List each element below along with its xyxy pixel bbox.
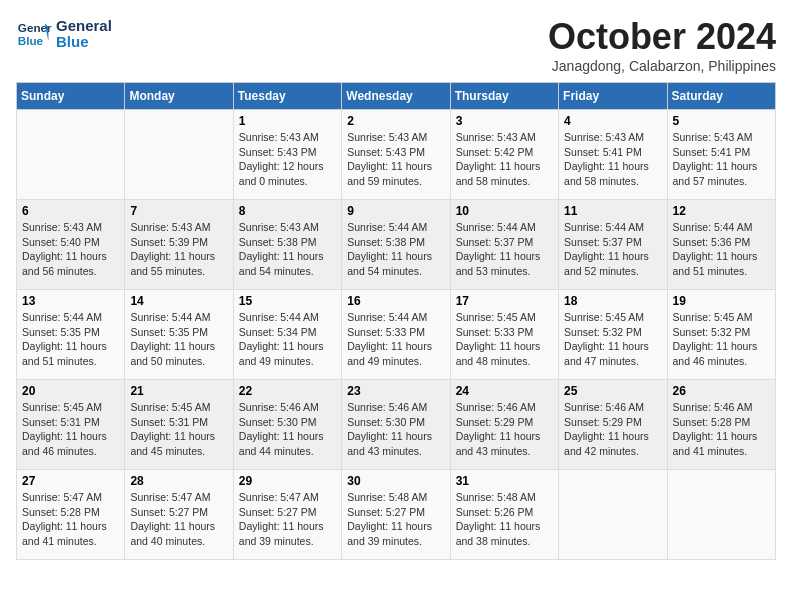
calendar-cell: 25Sunrise: 5:46 AM Sunset: 5:29 PM Dayli…: [559, 380, 667, 470]
weekday-header-wednesday: Wednesday: [342, 83, 450, 110]
day-info: Sunrise: 5:46 AM Sunset: 5:29 PM Dayligh…: [456, 400, 553, 459]
day-number: 27: [22, 474, 119, 488]
day-info: Sunrise: 5:44 AM Sunset: 5:37 PM Dayligh…: [456, 220, 553, 279]
calendar-cell: [667, 470, 775, 560]
logo-icon: General Blue: [16, 16, 52, 52]
calendar-cell: 20Sunrise: 5:45 AM Sunset: 5:31 PM Dayli…: [17, 380, 125, 470]
day-info: Sunrise: 5:46 AM Sunset: 5:30 PM Dayligh…: [239, 400, 336, 459]
day-number: 26: [673, 384, 770, 398]
logo: General Blue General Blue: [16, 16, 112, 52]
day-number: 15: [239, 294, 336, 308]
day-info: Sunrise: 5:46 AM Sunset: 5:28 PM Dayligh…: [673, 400, 770, 459]
day-number: 9: [347, 204, 444, 218]
calendar-cell: 2Sunrise: 5:43 AM Sunset: 5:43 PM Daylig…: [342, 110, 450, 200]
weekday-header-saturday: Saturday: [667, 83, 775, 110]
calendar-table: SundayMondayTuesdayWednesdayThursdayFrid…: [16, 82, 776, 560]
day-number: 12: [673, 204, 770, 218]
day-info: Sunrise: 5:45 AM Sunset: 5:33 PM Dayligh…: [456, 310, 553, 369]
day-number: 21: [130, 384, 227, 398]
day-number: 2: [347, 114, 444, 128]
day-info: Sunrise: 5:44 AM Sunset: 5:35 PM Dayligh…: [130, 310, 227, 369]
calendar-cell: 16Sunrise: 5:44 AM Sunset: 5:33 PM Dayli…: [342, 290, 450, 380]
calendar-cell: 29Sunrise: 5:47 AM Sunset: 5:27 PM Dayli…: [233, 470, 341, 560]
calendar-cell: 5Sunrise: 5:43 AM Sunset: 5:41 PM Daylig…: [667, 110, 775, 200]
day-number: 20: [22, 384, 119, 398]
location: Janagdong, Calabarzon, Philippines: [548, 58, 776, 74]
day-info: Sunrise: 5:47 AM Sunset: 5:28 PM Dayligh…: [22, 490, 119, 549]
day-number: 23: [347, 384, 444, 398]
logo-general: General: [56, 18, 112, 35]
weekday-header-friday: Friday: [559, 83, 667, 110]
day-number: 31: [456, 474, 553, 488]
day-number: 7: [130, 204, 227, 218]
day-number: 19: [673, 294, 770, 308]
day-info: Sunrise: 5:46 AM Sunset: 5:29 PM Dayligh…: [564, 400, 661, 459]
page-header: General Blue General Blue October 2024 J…: [16, 16, 776, 74]
calendar-cell: 17Sunrise: 5:45 AM Sunset: 5:33 PM Dayli…: [450, 290, 558, 380]
day-info: Sunrise: 5:45 AM Sunset: 5:32 PM Dayligh…: [673, 310, 770, 369]
day-info: Sunrise: 5:48 AM Sunset: 5:27 PM Dayligh…: [347, 490, 444, 549]
weekday-header-monday: Monday: [125, 83, 233, 110]
day-info: Sunrise: 5:45 AM Sunset: 5:31 PM Dayligh…: [130, 400, 227, 459]
calendar-cell: 21Sunrise: 5:45 AM Sunset: 5:31 PM Dayli…: [125, 380, 233, 470]
svg-text:Blue: Blue: [18, 34, 44, 47]
day-number: 30: [347, 474, 444, 488]
calendar-cell: 23Sunrise: 5:46 AM Sunset: 5:30 PM Dayli…: [342, 380, 450, 470]
calendar-cell: 12Sunrise: 5:44 AM Sunset: 5:36 PM Dayli…: [667, 200, 775, 290]
day-info: Sunrise: 5:44 AM Sunset: 5:38 PM Dayligh…: [347, 220, 444, 279]
day-info: Sunrise: 5:43 AM Sunset: 5:42 PM Dayligh…: [456, 130, 553, 189]
day-info: Sunrise: 5:46 AM Sunset: 5:30 PM Dayligh…: [347, 400, 444, 459]
day-number: 8: [239, 204, 336, 218]
day-info: Sunrise: 5:43 AM Sunset: 5:40 PM Dayligh…: [22, 220, 119, 279]
weekday-header-tuesday: Tuesday: [233, 83, 341, 110]
day-number: 22: [239, 384, 336, 398]
day-info: Sunrise: 5:44 AM Sunset: 5:33 PM Dayligh…: [347, 310, 444, 369]
day-number: 14: [130, 294, 227, 308]
day-info: Sunrise: 5:43 AM Sunset: 5:41 PM Dayligh…: [673, 130, 770, 189]
day-number: 28: [130, 474, 227, 488]
logo-blue: Blue: [56, 34, 112, 51]
calendar-cell: [559, 470, 667, 560]
calendar-cell: 15Sunrise: 5:44 AM Sunset: 5:34 PM Dayli…: [233, 290, 341, 380]
calendar-cell: 22Sunrise: 5:46 AM Sunset: 5:30 PM Dayli…: [233, 380, 341, 470]
day-number: 25: [564, 384, 661, 398]
calendar-cell: 8Sunrise: 5:43 AM Sunset: 5:38 PM Daylig…: [233, 200, 341, 290]
day-number: 1: [239, 114, 336, 128]
day-number: 3: [456, 114, 553, 128]
calendar-cell: [17, 110, 125, 200]
day-info: Sunrise: 5:43 AM Sunset: 5:41 PM Dayligh…: [564, 130, 661, 189]
day-info: Sunrise: 5:48 AM Sunset: 5:26 PM Dayligh…: [456, 490, 553, 549]
day-number: 11: [564, 204, 661, 218]
day-number: 13: [22, 294, 119, 308]
day-info: Sunrise: 5:44 AM Sunset: 5:35 PM Dayligh…: [22, 310, 119, 369]
calendar-cell: 28Sunrise: 5:47 AM Sunset: 5:27 PM Dayli…: [125, 470, 233, 560]
day-info: Sunrise: 5:45 AM Sunset: 5:31 PM Dayligh…: [22, 400, 119, 459]
calendar-cell: 1Sunrise: 5:43 AM Sunset: 5:43 PM Daylig…: [233, 110, 341, 200]
day-info: Sunrise: 5:43 AM Sunset: 5:43 PM Dayligh…: [347, 130, 444, 189]
calendar-cell: 26Sunrise: 5:46 AM Sunset: 5:28 PM Dayli…: [667, 380, 775, 470]
calendar-cell: 13Sunrise: 5:44 AM Sunset: 5:35 PM Dayli…: [17, 290, 125, 380]
day-info: Sunrise: 5:44 AM Sunset: 5:37 PM Dayligh…: [564, 220, 661, 279]
weekday-header-sunday: Sunday: [17, 83, 125, 110]
day-number: 16: [347, 294, 444, 308]
calendar-cell: 4Sunrise: 5:43 AM Sunset: 5:41 PM Daylig…: [559, 110, 667, 200]
day-number: 5: [673, 114, 770, 128]
day-number: 24: [456, 384, 553, 398]
day-number: 17: [456, 294, 553, 308]
day-info: Sunrise: 5:44 AM Sunset: 5:36 PM Dayligh…: [673, 220, 770, 279]
calendar-cell: 7Sunrise: 5:43 AM Sunset: 5:39 PM Daylig…: [125, 200, 233, 290]
day-number: 29: [239, 474, 336, 488]
day-number: 6: [22, 204, 119, 218]
day-info: Sunrise: 5:44 AM Sunset: 5:34 PM Dayligh…: [239, 310, 336, 369]
calendar-cell: 30Sunrise: 5:48 AM Sunset: 5:27 PM Dayli…: [342, 470, 450, 560]
calendar-cell: 11Sunrise: 5:44 AM Sunset: 5:37 PM Dayli…: [559, 200, 667, 290]
calendar-cell: [125, 110, 233, 200]
day-info: Sunrise: 5:45 AM Sunset: 5:32 PM Dayligh…: [564, 310, 661, 369]
day-number: 18: [564, 294, 661, 308]
calendar-cell: 31Sunrise: 5:48 AM Sunset: 5:26 PM Dayli…: [450, 470, 558, 560]
day-info: Sunrise: 5:47 AM Sunset: 5:27 PM Dayligh…: [239, 490, 336, 549]
calendar-cell: 18Sunrise: 5:45 AM Sunset: 5:32 PM Dayli…: [559, 290, 667, 380]
day-number: 4: [564, 114, 661, 128]
calendar-cell: 24Sunrise: 5:46 AM Sunset: 5:29 PM Dayli…: [450, 380, 558, 470]
day-info: Sunrise: 5:47 AM Sunset: 5:27 PM Dayligh…: [130, 490, 227, 549]
